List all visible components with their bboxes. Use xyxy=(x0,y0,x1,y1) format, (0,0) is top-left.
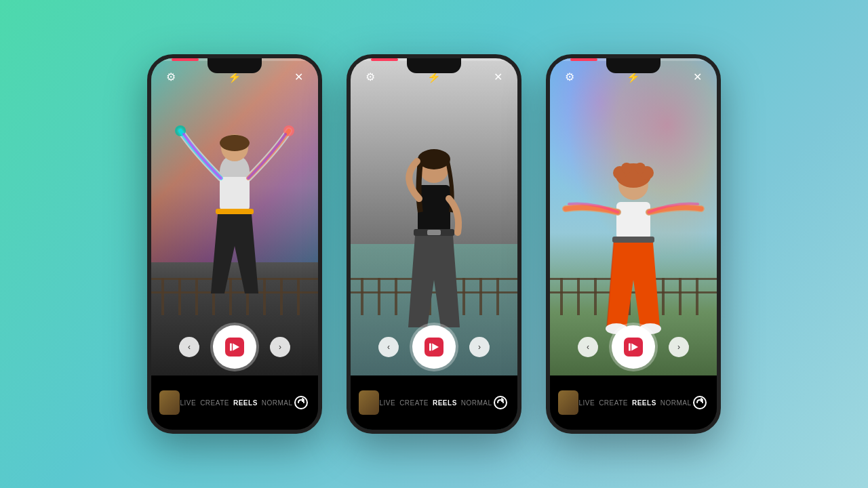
capture-button-1[interactable] xyxy=(213,325,256,369)
phone-1-wrapper: ⚙ ⚡ ✕ ‹ xyxy=(147,54,322,434)
bottom-bar-2: LIVE CREATE REELS NORMAL xyxy=(351,375,517,430)
settings-icon-2[interactable]: ⚙ xyxy=(361,68,379,85)
progress-bar-fill-3 xyxy=(570,58,597,61)
svg-rect-18 xyxy=(429,343,431,350)
capture-inner-2 xyxy=(420,333,448,361)
phone-1: ⚙ ⚡ ✕ ‹ xyxy=(147,54,322,434)
thumbnail-3[interactable] xyxy=(558,390,578,415)
next-arrow-1[interactable]: › xyxy=(270,337,290,357)
prev-arrow-3[interactable]: ‹ xyxy=(578,337,598,357)
mode-normal-2[interactable]: NORMAL xyxy=(461,399,492,407)
mode-create-2[interactable]: CREATE xyxy=(399,399,429,407)
capture-area-3: ‹ xyxy=(550,325,717,369)
svg-rect-15 xyxy=(427,230,441,235)
capture-button-3[interactable] xyxy=(612,325,655,369)
mode-live-3[interactable]: LIVE xyxy=(578,399,595,407)
camera-flip-3[interactable] xyxy=(692,392,709,413)
flip-camera-icon-3 xyxy=(692,395,707,410)
svg-point-33 xyxy=(694,396,706,409)
mode-normal-3[interactable]: NORMAL xyxy=(660,399,692,407)
phone-2: ⚙ ⚡ ✕ ‹ xyxy=(347,54,521,434)
next-arrow-2[interactable]: › xyxy=(469,337,490,357)
svg-rect-5 xyxy=(220,177,250,211)
fence-post-1a xyxy=(161,278,164,315)
prev-arrow-2[interactable]: ‹ xyxy=(378,337,399,357)
capture-inner-1 xyxy=(220,333,249,361)
thumbnail-2[interactable] xyxy=(359,390,379,415)
svg-point-25 xyxy=(621,163,632,174)
phone-notch-2 xyxy=(407,58,461,73)
fence-post-1i xyxy=(297,278,300,315)
person-svg-3 xyxy=(555,124,711,348)
phone-2-wrapper: ⚙ ⚡ ✕ ‹ xyxy=(347,54,521,434)
svg-point-2 xyxy=(220,135,250,151)
fence-post-2i xyxy=(496,278,499,315)
mode-live-2[interactable]: LIVE xyxy=(379,399,395,407)
reels-icon-3 xyxy=(624,338,643,357)
capture-inner-3 xyxy=(619,333,648,361)
mode-reels-1[interactable]: REELS xyxy=(233,399,258,407)
phone-3: ⚙ ⚡ ✕ ‹ xyxy=(546,54,721,434)
mode-labels-1: LIVE CREATE REELS NORMAL xyxy=(180,399,292,407)
mode-create-1[interactable]: CREATE xyxy=(200,399,229,407)
mode-reels-3[interactable]: REELS xyxy=(632,399,656,407)
camera-flip-1[interactable] xyxy=(293,392,310,413)
phone-notch-3 xyxy=(606,58,660,73)
svg-point-19 xyxy=(494,396,507,409)
capture-area-1: ‹ xyxy=(151,325,318,369)
capture-button-2[interactable] xyxy=(412,325,456,369)
bottom-bar-1: LIVE CREATE REELS NORMAL xyxy=(151,375,318,430)
next-arrow-3[interactable]: › xyxy=(669,337,689,357)
svg-rect-27 xyxy=(612,237,654,243)
phone-3-wrapper: ⚙ ⚡ ✕ ‹ xyxy=(546,54,721,434)
bottom-bar-3: LIVE CREATE REELS NORMAL xyxy=(550,375,717,430)
settings-icon-3[interactable]: ⚙ xyxy=(561,68,578,85)
svg-rect-9 xyxy=(230,343,232,350)
mode-live-1[interactable]: LIVE xyxy=(180,399,196,407)
svg-rect-20 xyxy=(616,202,650,239)
svg-rect-32 xyxy=(629,343,631,350)
mode-normal-1[interactable]: NORMAL xyxy=(262,399,293,407)
capture-area-2: ‹ xyxy=(351,325,517,369)
phone-notch-1 xyxy=(208,58,262,73)
close-icon-1[interactable]: ✕ xyxy=(290,68,307,85)
progress-bar-fill-2 xyxy=(371,58,398,61)
mode-reels-2[interactable]: REELS xyxy=(433,399,457,407)
reels-icon-2 xyxy=(425,338,443,357)
svg-point-26 xyxy=(635,163,646,174)
reels-icon-1 xyxy=(225,338,244,357)
progress-bar-fill-1 xyxy=(172,58,199,61)
svg-rect-6 xyxy=(216,209,254,214)
flip-camera-icon-2 xyxy=(493,395,508,410)
close-icon-2[interactable]: ✕ xyxy=(489,68,507,85)
thumbnail-1[interactable] xyxy=(159,390,180,415)
person-svg-1 xyxy=(174,117,296,348)
person-svg-2 xyxy=(380,104,488,348)
fence-post-2a xyxy=(361,278,363,315)
mode-create-3[interactable]: CREATE xyxy=(599,399,628,407)
svg-point-10 xyxy=(295,396,307,409)
mode-labels-3: LIVE CREATE REELS NORMAL xyxy=(578,399,691,407)
prev-arrow-1[interactable]: ‹ xyxy=(179,337,199,357)
settings-icon-1[interactable]: ⚙ xyxy=(162,68,180,85)
flip-camera-icon-1 xyxy=(294,395,309,410)
mode-labels-2: LIVE CREATE REELS NORMAL xyxy=(379,399,492,407)
camera-flip-2[interactable] xyxy=(492,392,509,413)
close-icon-3[interactable]: ✕ xyxy=(688,68,706,85)
